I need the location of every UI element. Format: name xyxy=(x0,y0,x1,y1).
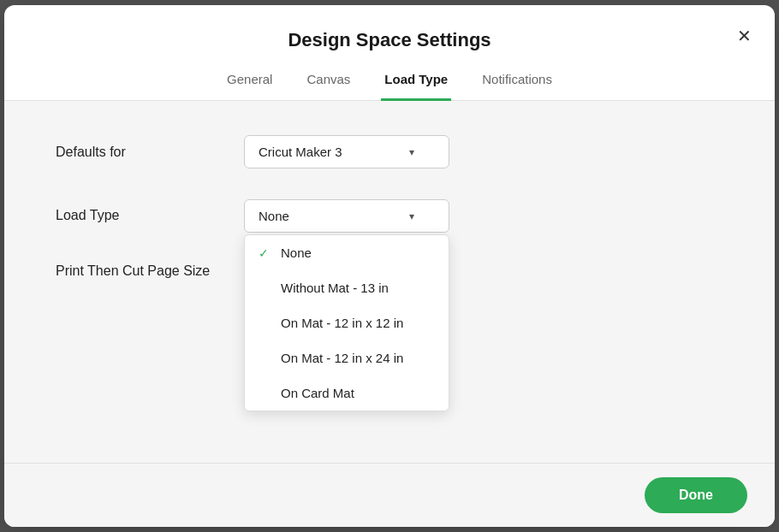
check-placeholder-icon: ✓ xyxy=(259,352,272,365)
tabs-bar: General Canvas Load Type Notifications xyxy=(4,51,775,101)
check-placeholder-icon: ✓ xyxy=(259,387,272,400)
close-icon: ✕ xyxy=(737,26,752,46)
dropdown-item-on-mat-12x24-label: On Mat - 12 in x 24 in xyxy=(281,351,403,365)
close-button[interactable]: ✕ xyxy=(730,22,758,50)
tab-load-type[interactable]: Load Type xyxy=(381,65,451,101)
defaults-for-row: Defaults for Cricut Maker 3 ▾ xyxy=(56,135,723,168)
check-placeholder-icon: ✓ xyxy=(259,281,272,295)
check-icon: ✓ xyxy=(259,246,272,260)
defaults-for-select-wrapper: Cricut Maker 3 ▾ xyxy=(244,135,449,168)
dropdown-item-on-mat-12x12-label: On Mat - 12 in x 12 in xyxy=(281,316,403,330)
defaults-for-value: Cricut Maker 3 xyxy=(259,145,342,159)
dropdown-item-without-mat[interactable]: ✓ Without Mat - 13 in xyxy=(245,270,449,305)
tab-canvas[interactable]: Canvas xyxy=(303,65,354,101)
load-type-dropdown: ✓ None ✓ Without Mat - 13 in ✓ On Mat - … xyxy=(244,234,449,411)
modal-title: Design Space Settings xyxy=(288,29,491,51)
modal-footer: Done xyxy=(4,463,775,527)
load-type-select[interactable]: None ▾ xyxy=(244,199,449,233)
tab-general[interactable]: General xyxy=(223,65,276,101)
print-cut-label: Print Then Cut Page Size xyxy=(56,263,244,279)
dropdown-item-none[interactable]: ✓ None xyxy=(245,235,449,270)
load-type-value: None xyxy=(259,209,289,223)
dropdown-item-without-mat-label: Without Mat - 13 in xyxy=(281,281,389,295)
check-placeholder-icon: ✓ xyxy=(259,316,272,330)
dropdown-item-on-card-mat-label: On Card Mat xyxy=(281,386,354,400)
load-type-row: Load Type None ▾ ✓ None ✓ Without Mat - … xyxy=(56,199,723,233)
modal-body: Defaults for Cricut Maker 3 ▾ Load Type … xyxy=(4,101,775,463)
dropdown-item-none-label: None xyxy=(281,245,312,260)
modal-header: Design Space Settings ✕ xyxy=(4,5,775,51)
chevron-down-icon: ▾ xyxy=(409,210,414,222)
tab-notifications[interactable]: Notifications xyxy=(479,65,556,101)
done-button[interactable]: Done xyxy=(645,477,747,513)
dropdown-item-on-mat-12x24[interactable]: ✓ On Mat - 12 in x 24 in xyxy=(245,340,449,375)
defaults-for-select[interactable]: Cricut Maker 3 ▾ xyxy=(244,135,449,168)
load-type-label: Load Type xyxy=(56,199,244,223)
dropdown-item-on-mat-12x12[interactable]: ✓ On Mat - 12 in x 12 in xyxy=(245,305,449,340)
defaults-for-label: Defaults for xyxy=(56,145,244,160)
chevron-down-icon: ▾ xyxy=(409,146,414,158)
dropdown-item-on-card-mat[interactable]: ✓ On Card Mat xyxy=(245,375,449,411)
settings-modal: Design Space Settings ✕ General Canvas L… xyxy=(4,5,775,527)
load-type-select-wrapper: None ▾ ✓ None ✓ Without Mat - 13 in xyxy=(244,199,449,233)
